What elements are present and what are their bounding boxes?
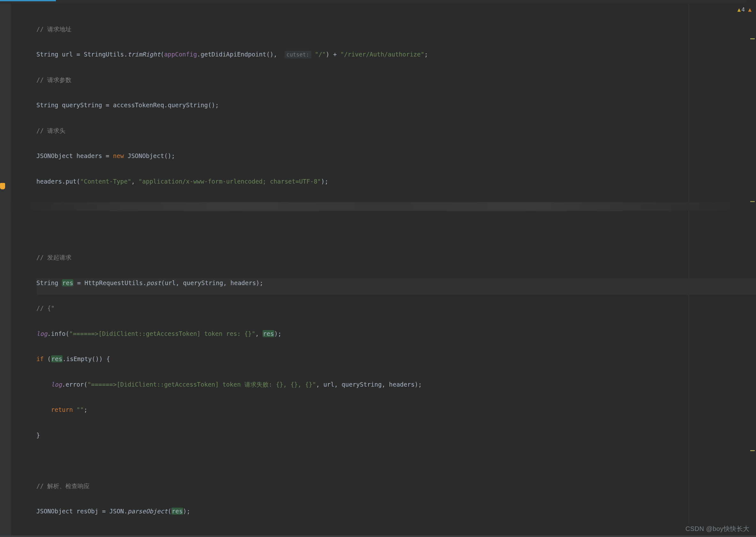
- ide-editor-frame: ▲4▲ // 请求地址 String url = StringUtils.tri…: [0, 0, 756, 537]
- code-editor-area[interactable]: // 请求地址 String url = StringUtils.trimRig…: [11, 3, 756, 524]
- editor-gutter[interactable]: [0, 3, 11, 537]
- ide-status-bar[interactable]: [0, 535, 756, 537]
- intention-bulb-icon[interactable]: [0, 183, 5, 189]
- redacted-region: [11, 202, 756, 211]
- editor-top-border: [0, 0, 756, 3]
- csdn-watermark: CSDN @boy快快长大: [686, 524, 750, 533]
- comment: // 请求地址: [36, 25, 71, 32]
- parameter-hint: cutset:: [284, 51, 311, 59]
- current-line: String res = HttpRequestUtils.post(url, …: [36, 278, 756, 295]
- top-progress-indicator: [0, 0, 56, 1]
